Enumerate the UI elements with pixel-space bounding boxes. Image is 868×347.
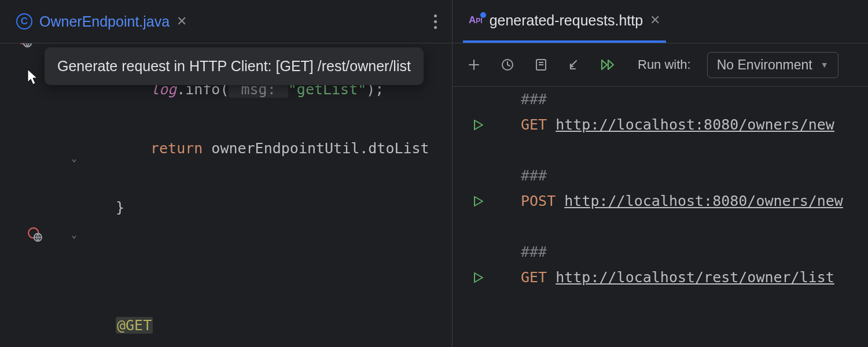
- fold-chevron-icon[interactable]: ⌄: [71, 229, 77, 240]
- import-icon[interactable]: [566, 58, 583, 71]
- http-url[interactable]: http://localhost:8080/owners/new: [556, 116, 834, 133]
- code-content[interactable]: log.info( msg: "getList"); return ownerE…: [84, 43, 452, 347]
- endpoint-gutter-icon[interactable]: [17, 43, 32, 47]
- svg-point-1: [24, 43, 31, 47]
- tab-owner-endpoint[interactable]: C OwnerEndpoint.java ✕: [10, 0, 193, 43]
- run-request-icon[interactable]: [453, 112, 503, 138]
- run-request-icon[interactable]: [453, 265, 503, 290]
- api-icon: API: [469, 14, 483, 26]
- gutter-tooltip: Generate request in HTTP Client: [GET] /…: [45, 47, 424, 85]
- http-method: GET: [521, 269, 547, 286]
- run-all-icon[interactable]: [599, 58, 617, 71]
- tab-filename: OwnerEndpoint.java: [39, 13, 170, 30]
- http-gutter: [453, 87, 503, 347]
- run-request-icon[interactable]: [453, 189, 503, 214]
- tab-generated-requests[interactable]: API generated-requests.http ✕: [463, 0, 666, 43]
- http-url[interactable]: http://localhost/rest/owner/list: [556, 269, 834, 286]
- request-separator: ###: [521, 243, 547, 260]
- left-tab-bar: C OwnerEndpoint.java ✕: [0, 0, 452, 43]
- http-content[interactable]: ### GET http://localhost:8080/owners/new…: [503, 87, 868, 347]
- close-tab-icon[interactable]: ✕: [650, 13, 660, 28]
- request-separator: ###: [521, 167, 547, 184]
- http-url[interactable]: http://localhost:8080/owners/new: [564, 193, 843, 209]
- tab-options-kebab[interactable]: [429, 14, 442, 29]
- http-client-pane: API generated-requests.http ✕ Run with: …: [453, 0, 868, 347]
- run-with-label: Run with:: [638, 57, 691, 72]
- fold-chevron-icon[interactable]: ⌄: [71, 153, 77, 164]
- right-tab-bar: API generated-requests.http ✕: [453, 0, 868, 43]
- class-icon: C: [16, 13, 32, 29]
- http-method: GET: [521, 116, 547, 133]
- java-editor-pane: C OwnerEndpoint.java ✕ Generate request …: [0, 0, 453, 347]
- request-separator: ###: [521, 91, 547, 108]
- add-request-icon[interactable]: [465, 58, 483, 71]
- examples-icon[interactable]: [532, 58, 550, 72]
- http-toolbar: Run with: No Environment ▼: [453, 43, 868, 87]
- http-editor[interactable]: ### GET http://localhost:8080/owners/new…: [453, 87, 868, 347]
- environment-select[interactable]: No Environment ▼: [707, 52, 838, 78]
- editor-gutter: ⌄ ⌄: [0, 43, 84, 347]
- history-icon[interactable]: [499, 58, 516, 72]
- close-tab-icon[interactable]: ✕: [176, 14, 187, 29]
- environment-value: No Environment: [717, 57, 812, 73]
- chevron-down-icon: ▼: [821, 60, 829, 69]
- tab-filename: generated-requests.http: [490, 12, 643, 29]
- endpoint-gutter-icon[interactable]: [27, 227, 42, 242]
- http-method: POST: [521, 193, 556, 209]
- java-editor[interactable]: ⌄ ⌄ log.info( msg: "getList"); return ow…: [0, 43, 452, 347]
